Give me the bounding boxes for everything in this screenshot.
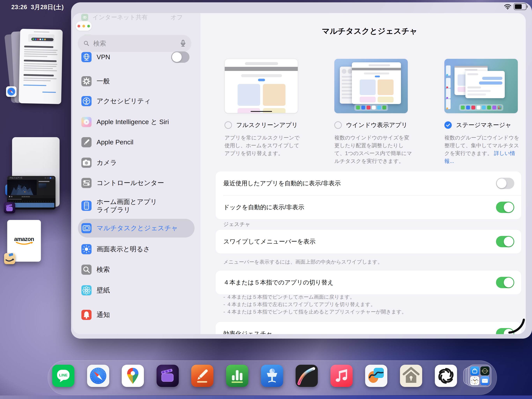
dock-app-apple-music[interactable] <box>330 365 353 387</box>
sidebar-item-multitasking[interactable]: マルチタスクとジェスチャ <box>78 219 195 238</box>
mode-option-stage-manager: ステージマネージャ複数のグループにウインドウを整理して、集中してマルチタスクを実… <box>444 59 522 165</box>
control-center-icon <box>81 178 92 188</box>
vpn-toggle[interactable] <box>171 51 190 63</box>
recent-app-final-cut[interactable]: プロジェクト1 00:00:00:00 <box>7 176 56 209</box>
sidebar-item-accessibility[interactable]: アクセシビリティ <box>78 92 195 110</box>
productivity-gestures-card: 効率化ジェスチャ <box>215 322 521 334</box>
mode-option-row-windowed[interactable]: ウインドウ表示アプリ <box>334 121 412 129</box>
radio-stage-manager[interactable] <box>444 121 452 129</box>
sidebar-item-display[interactable]: 画面表示と明るさ <box>78 240 195 258</box>
menu-bar-footnote: メニューバーを表示するには、画面上部の中央からスワイプします。 <box>223 258 515 265</box>
search-placeholder: 検索 <box>93 39 180 48</box>
sidebar-item-label: Apple Intelligence と Siri <box>97 118 169 126</box>
dock-app-chatgpt[interactable] <box>435 365 457 387</box>
window-resize-indicator[interactable] <box>497 305 526 334</box>
scrolled-row-value: オフ <box>171 13 183 21</box>
sidebar-item-control-center[interactable]: コントロールセンター <box>78 174 195 192</box>
sidebar-item-camera[interactable]: カメラ <box>78 153 195 172</box>
dock-app-library[interactable] <box>468 365 491 387</box>
hotspot-icon <box>81 14 88 21</box>
sidebar-item-label: 通知 <box>97 311 110 319</box>
sidebar-item-label: ホーム画面とアプリ ライブラリ <box>97 198 157 214</box>
sidebar-item-general[interactable]: 一般 <box>78 72 195 90</box>
sidebar-item-label: 検索 <box>97 265 110 274</box>
mode-option-label: ウインドウ表示アプリ <box>346 121 408 129</box>
mode-option-row-stage-manager[interactable]: ステージマネージャ <box>444 121 522 129</box>
mode-option-label: フルスクリーンアプリ <box>236 121 298 129</box>
home-screen-icon <box>81 201 92 211</box>
dock-app-home-lock[interactable] <box>400 365 422 387</box>
section-header-gestures: ジェスチャ <box>223 221 250 228</box>
dock-app-google-maps[interactable] <box>122 365 144 387</box>
toggle-row-dock[interactable]: ドックを自動的に表示/非表示 <box>215 195 521 219</box>
brightness-icon <box>81 244 92 254</box>
mini-mail-icon <box>480 376 489 385</box>
accessibility-icon <box>81 96 92 106</box>
mode-option-fullscreen: フルスクリーンアプリアプリを常にフルスクリーンで使用し、ホームをスワイプしてアプ… <box>225 59 302 157</box>
dock-app-freeform[interactable] <box>365 365 387 387</box>
flower-icon <box>81 285 92 295</box>
dock-app-numbers[interactable] <box>226 365 248 387</box>
settings-sidebar: インターネット共有 オフ 検索 VPN 一般アクセシビリ <box>72 13 200 334</box>
sidebar-item-search[interactable]: 検索 <box>78 260 195 279</box>
safari-icon <box>6 86 17 97</box>
learn-more-link[interactable]: 詳しい情報... <box>444 150 515 164</box>
final-cut-icon <box>4 202 15 213</box>
zoom-button[interactable] <box>87 25 90 27</box>
toggle-row-label: ドックを自動的に表示/非表示 <box>223 203 496 211</box>
minimize-button[interactable] <box>82 25 85 27</box>
mode-option-description: アプリを常にフルスクリーンで使用し、ホームをスワイプしてアプリを切り替えます。 <box>225 134 302 157</box>
dock-app-keynote[interactable] <box>261 365 283 387</box>
close-button[interactable] <box>77 25 80 27</box>
svg-text:LINE: LINE <box>59 373 67 377</box>
radio-fullscreen[interactable] <box>225 121 232 129</box>
vpn-globe-icon <box>81 52 92 62</box>
sidebar-item-apple-pencil[interactable]: Apple Pencil <box>78 133 195 152</box>
toggle-row-menu-bar[interactable]: スワイプしてメニューバーを表示 <box>215 230 521 253</box>
menu-bar-card: スワイプしてメニューバーを表示 <box>215 230 521 253</box>
settings-window: インターネット共有 オフ 検索 VPN 一般アクセシビリ <box>72 13 526 334</box>
recent-app-safari[interactable] <box>8 29 64 105</box>
toggle-row-finger-switch[interactable]: ４本または５本指でのアプリの切り替え <box>215 270 521 294</box>
mode-option-row-fullscreen[interactable]: フルスクリーンアプリ <box>225 121 302 129</box>
sidebar-item-label: 一般 <box>97 77 110 85</box>
sidebar-item-home-screen[interactable]: ホーム画面とアプリ ライブラリ <box>78 193 195 219</box>
mode-option-windowed: ウインドウ表示アプリ複数のウインドウのサイズを変更したり配置を調整したりして、1… <box>334 59 412 165</box>
dock-toggle[interactable] <box>496 202 514 213</box>
recents-toggle[interactable] <box>496 178 514 189</box>
scrolled-row-internet-sharing: インターネット共有 オフ <box>81 13 192 21</box>
dock-app-pages[interactable] <box>191 365 213 387</box>
settings-detail-pane: マルチタスクとジェスチャ フルスクリーンアプリアプリを常にフルスクリーンで使用し… <box>200 13 526 334</box>
sidebar-item-label: VPN <box>97 53 110 61</box>
gear-icon <box>81 76 92 86</box>
toggle-row-productivity[interactable]: 効率化ジェスチャ <box>215 322 521 334</box>
scrolled-row-label: インターネット共有 <box>93 13 148 21</box>
sidebar-item-vpn[interactable]: VPN <box>78 48 195 66</box>
fullscreen-illustration <box>225 59 298 113</box>
fcp-project-title: プロジェクト1 <box>9 176 22 179</box>
pencil-icon <box>81 137 92 147</box>
ipad-screen: プロジェクト1 00:00:00:00 <box>0 0 532 399</box>
status-icons <box>504 3 526 10</box>
sidebar-item-notifications[interactable]: 通知 <box>78 305 195 324</box>
recent-app-amazon[interactable]: amazon <box>7 220 41 262</box>
mic-icon[interactable] <box>180 39 186 47</box>
toggle-row-recents[interactable]: 最近使用したアプリを自動的に表示/非表示 <box>215 171 521 195</box>
menu-bar-toggle[interactable] <box>496 236 514 247</box>
finger-switch-toggle[interactable] <box>496 277 514 288</box>
dock-app-procreate[interactable] <box>296 365 318 387</box>
fcp-timecode: 00:00:00:00 <box>22 196 30 198</box>
dock-app-safari[interactable] <box>87 365 109 387</box>
camera-icon <box>81 158 92 168</box>
dock-app-line[interactable]: LINE <box>52 365 74 387</box>
windowed-illustration <box>334 59 408 113</box>
toggle-row-label: スワイプしてメニューバーを表示 <box>223 238 496 246</box>
sidebar-item-wallpaper[interactable]: 壁紙 <box>78 281 195 300</box>
window-traffic-lights[interactable] <box>76 21 92 31</box>
dock-app-final-cut[interactable] <box>157 365 179 387</box>
toggle-row-label: 最近使用したアプリを自動的に表示/非表示 <box>223 179 496 187</box>
radio-windowed[interactable] <box>334 121 342 129</box>
sidebar-item-apple-intelligence[interactable]: Apple Intelligence と Siri <box>78 113 195 131</box>
app-visibility-card: 最近使用したアプリを自動的に表示/非表示 ドックを自動的に表示/非表示 <box>215 171 521 219</box>
intelligence-icon <box>81 117 92 127</box>
